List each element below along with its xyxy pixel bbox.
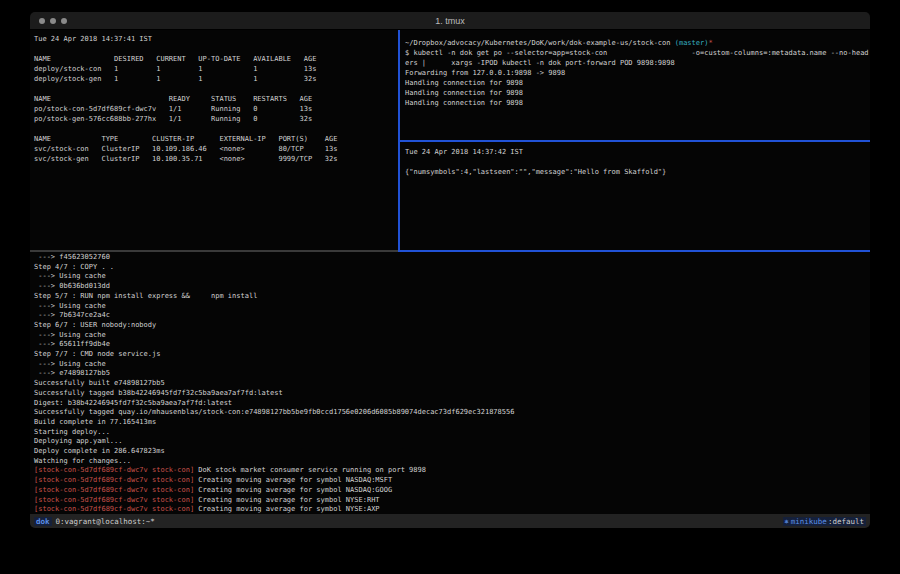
terminal-line: Digest: b38b42246945fd7f32c5ba9aea7af7fd… bbox=[34, 399, 870, 409]
terminal-line: ---> Using cache bbox=[34, 360, 870, 370]
terminal-line: Handling connection for 9898 bbox=[405, 88, 870, 98]
terminal-line: NAME DESIRED CURRENT UP-TO-DATE AVAILABL… bbox=[34, 54, 398, 64]
pane-curl-probe[interactable]: Tue 24 Apr 2018 14:37:42 IST {"numsymbol… bbox=[400, 142, 870, 250]
terminal-line: Deploy complete in 286.647823ms bbox=[34, 447, 870, 457]
terminal-line: [stock-con-5d7df689cf-dwc7v stock-con] C… bbox=[34, 486, 870, 496]
terminal-line: Deploying app.yaml... bbox=[34, 437, 870, 447]
status-right: ⎈ minikube :default bbox=[783, 517, 866, 526]
terminal-line: ---> 65611ff9db4e bbox=[34, 340, 870, 350]
terminal-line: NAME READY STATUS RESTARTS AGE bbox=[34, 94, 398, 104]
terminal-line bbox=[34, 84, 398, 94]
terminal-line: po/stock-con-5d7df689cf-dwc7v 1/1 Runnin… bbox=[34, 104, 398, 114]
terminal-line: svc/stock-con ClusterIP 10.109.186.46 <n… bbox=[34, 144, 398, 154]
desktop: { "window": { "title": "1. tmux" }, "col… bbox=[0, 0, 900, 574]
tmux-content: Tue 24 Apr 2018 14:37:41 IST NAME DESIRE… bbox=[30, 30, 870, 514]
terminal-line: ~/Dropbox/advocacy/Kubernetes/DoK/work/d… bbox=[405, 38, 870, 48]
terminal-line: ---> f45623052760 bbox=[34, 253, 870, 263]
terminal-line: Build complete in 77.165413ms bbox=[34, 418, 870, 428]
terminal-line: deploy/stock-con 1 1 1 1 13s bbox=[34, 64, 398, 74]
terminal-line bbox=[34, 44, 398, 54]
pane-port-forward-shell[interactable]: ~/Dropbox/advocacy/Kubernetes/DoK/work/d… bbox=[400, 30, 870, 140]
terminal-line: [stock-con-5d7df689cf-dwc7v stock-con] C… bbox=[34, 476, 870, 486]
terminal-line: ---> 0b636bd013dd bbox=[34, 282, 870, 292]
terminal-line: Tue 24 Apr 2018 14:37:42 IST bbox=[405, 147, 870, 157]
terminal-line: Step 7/7 : CMD node service.js bbox=[34, 350, 870, 360]
terminal-line: Successfully tagged quay.io/mhausenblas/… bbox=[34, 408, 870, 418]
terminal-line: Successfully tagged b38b42246945fd7f32c5… bbox=[34, 389, 870, 399]
terminal-line: [stock-con-5d7df689cf-dwc7v stock-con] C… bbox=[34, 505, 870, 514]
tmux-status-bar: dok 0:vagrant@localhost:~* ⎈ minikube :d… bbox=[30, 514, 870, 528]
terminal-line: {"numsymbols":4,"lastseen":"","message":… bbox=[405, 167, 870, 177]
pane-kubectl-watch[interactable]: Tue 24 Apr 2018 14:37:41 IST NAME DESIRE… bbox=[30, 30, 398, 250]
terminal-line: [stock-con-5d7df689cf-dwc7v stock-con] C… bbox=[34, 496, 870, 506]
terminal-line: [stock-con-5d7df689cf-dwc7v stock-con] D… bbox=[34, 466, 870, 476]
terminal-line: Handling connection for 9898 bbox=[405, 78, 870, 88]
terminal-line: ---> 7b6347ce2a4c bbox=[34, 311, 870, 321]
terminal-line: Handling connection for 9898 bbox=[405, 98, 870, 108]
terminal-line: Step 6/7 : USER nobody:nobody bbox=[34, 321, 870, 331]
pane-divider-right-horizontal[interactable] bbox=[400, 140, 870, 142]
pane-divider-bottom-right[interactable] bbox=[398, 250, 870, 252]
terminal-line: Step 5/7 : RUN npm install express && np… bbox=[34, 292, 870, 302]
terminal-line: ---> Using cache bbox=[34, 272, 870, 282]
terminal-window: 1. tmux Tue 24 Apr 2018 14:37:41 IST NAM… bbox=[30, 12, 870, 528]
terminal-line bbox=[34, 124, 398, 134]
terminal-line bbox=[405, 157, 870, 167]
pane-divider-bottom-left[interactable] bbox=[30, 250, 398, 252]
terminal-line: ---> Using cache bbox=[34, 331, 870, 341]
terminal-line: Step 4/7 : COPY . . bbox=[34, 263, 870, 273]
session-name: dok bbox=[34, 517, 52, 526]
terminal-line: ---> Using cache bbox=[34, 302, 870, 312]
terminal-line: Forwarding from 127.0.0.1:9898 -> 9898 bbox=[405, 68, 870, 78]
terminal-line: ers | xargs -IPOD kubectl -n dok port-fo… bbox=[405, 58, 870, 68]
terminal-line: Watching for changes... bbox=[34, 457, 870, 467]
kube-namespace: :default bbox=[828, 517, 866, 526]
status-left: dok 0:vagrant@localhost:~* bbox=[34, 517, 155, 526]
terminal-line: Tue 24 Apr 2018 14:37:41 IST bbox=[34, 34, 398, 44]
active-window-label[interactable]: 0:vagrant@localhost:~* bbox=[52, 517, 155, 526]
terminal-line: ---> e74898127bb5 bbox=[34, 369, 870, 379]
terminal-line: NAME TYPE CLUSTER-IP EXTERNAL-IP PORT(S)… bbox=[34, 134, 398, 144]
terminal-line: $ kubectl -n dok get po --selector=app=s… bbox=[405, 48, 870, 58]
terminal-line: po/stock-gen-576cc688bb-277hx 1/1 Runnin… bbox=[34, 114, 398, 124]
window-titlebar[interactable]: 1. tmux bbox=[30, 12, 870, 30]
kube-cluster-name: minikube bbox=[790, 517, 828, 526]
terminal-line: Successfully built e74898127bb5 bbox=[34, 379, 870, 389]
terminal-line: svc/stock-gen ClusterIP 10.100.35.71 <no… bbox=[34, 154, 398, 164]
terminal-line: deploy/stock-gen 1 1 1 1 32s bbox=[34, 74, 398, 84]
window-title: 1. tmux bbox=[30, 16, 870, 26]
terminal-line: Starting deploy... bbox=[34, 428, 870, 438]
pane-skaffold-build-log[interactable]: ---> f45623052760Step 4/7 : COPY . . ---… bbox=[30, 252, 870, 514]
